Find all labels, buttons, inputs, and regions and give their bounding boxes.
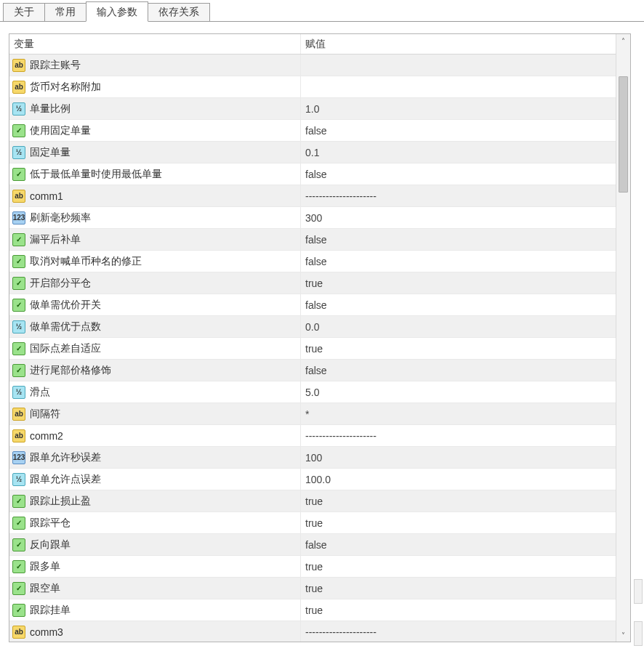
table-row[interactable]: ✓跟踪止损止盈true bbox=[9, 490, 616, 512]
table-row[interactable]: abcomm2--------------------- bbox=[9, 425, 616, 447]
value-cell[interactable]: 5.0 bbox=[300, 381, 616, 403]
type-bool-icon: ✓ bbox=[12, 582, 25, 595]
vertical-scrollbar[interactable]: ˄ ˅ bbox=[616, 34, 630, 642]
table-row[interactable]: 123刷新毫秒频率300 bbox=[9, 207, 616, 229]
type-123-icon: 123 bbox=[12, 451, 25, 464]
variable-name: 跟空单 bbox=[30, 582, 60, 595]
table-row[interactable]: ½滑点5.0 bbox=[9, 381, 616, 403]
value-cell[interactable]: true bbox=[300, 556, 616, 577]
value-cell[interactable] bbox=[300, 54, 616, 76]
value-cell[interactable]: true bbox=[300, 599, 616, 620]
variable-cell: ½跟单允许点误差 bbox=[9, 469, 300, 490]
value-cell[interactable]: false bbox=[300, 163, 616, 185]
table-row[interactable]: ✓取消对喊单币种名的修正false bbox=[9, 251, 616, 272]
variable-cell: ✓跟踪挂单 bbox=[9, 599, 300, 620]
table-row[interactable]: ✓跟多单true bbox=[9, 556, 616, 578]
header-variable[interactable]: 变量 bbox=[9, 38, 300, 51]
table-row[interactable]: abcomm3--------------------- bbox=[9, 621, 616, 642]
table-row[interactable]: ✓跟空单true bbox=[9, 578, 616, 599]
table-row[interactable]: ½固定单量0.1 bbox=[9, 142, 616, 163]
value-cell[interactable]: --------------------- bbox=[300, 185, 616, 206]
table-row[interactable]: ✓做单需优价开关false bbox=[9, 294, 616, 316]
table-row[interactable]: ½做单需优于点数0.0 bbox=[9, 316, 616, 338]
table-row[interactable]: ✓低于最低单量时使用最低单量false bbox=[9, 163, 616, 185]
variable-name: 跟踪主账号 bbox=[30, 59, 81, 72]
variable-cell: ✓低于最低单量时使用最低单量 bbox=[9, 163, 300, 185]
variable-cell: ✓跟踪平仓 bbox=[9, 512, 300, 533]
value-cell[interactable]: 100 bbox=[300, 447, 616, 468]
variable-name: 固定单量 bbox=[30, 146, 71, 159]
variable-name: 跟踪挂单 bbox=[30, 604, 71, 617]
table-row[interactable]: abcomm1--------------------- bbox=[9, 185, 616, 207]
type-bool-icon: ✓ bbox=[12, 277, 25, 290]
variable-cell: abcomm1 bbox=[9, 185, 300, 206]
value-cell[interactable]: false bbox=[300, 120, 616, 141]
variable-name: 跟踪止损止盈 bbox=[30, 495, 91, 508]
type-bool-icon: ✓ bbox=[12, 233, 25, 246]
variable-cell: ✓使用固定单量 bbox=[9, 120, 300, 141]
header-value[interactable]: 赋值 bbox=[300, 34, 616, 54]
table-row[interactable]: ✓漏平后补单false bbox=[9, 229, 616, 251]
tab-deps[interactable]: 依存关系 bbox=[148, 3, 210, 22]
table-row[interactable]: ab跟踪主账号 bbox=[9, 54, 616, 76]
value-cell[interactable]: true bbox=[300, 272, 616, 294]
type-v2-icon: ½ bbox=[12, 386, 25, 399]
table-row[interactable]: ✓使用固定单量false bbox=[9, 120, 616, 142]
scroll-down-arrow-icon[interactable]: ˅ bbox=[616, 628, 630, 642]
tab-inputs[interactable]: 输入参数 bbox=[86, 1, 148, 22]
value-cell[interactable]: 0.1 bbox=[300, 142, 616, 163]
table-row[interactable]: ab货币对名称附加 bbox=[9, 76, 616, 98]
scroll-thumb[interactable] bbox=[619, 76, 628, 193]
value-cell[interactable]: --------------------- bbox=[300, 425, 616, 446]
value-cell[interactable]: 100.0 bbox=[300, 469, 616, 490]
value-cell[interactable]: --------------------- bbox=[300, 621, 616, 642]
value-cell[interactable] bbox=[300, 76, 616, 97]
side-button[interactable] bbox=[634, 579, 643, 604]
value-cell[interactable]: true bbox=[300, 512, 616, 533]
variable-cell: ½滑点 bbox=[9, 381, 300, 403]
value-cell[interactable]: false bbox=[300, 360, 616, 381]
value-cell[interactable]: 0.0 bbox=[300, 316, 616, 337]
value-cell[interactable]: 300 bbox=[300, 207, 616, 228]
variable-name: 货币对名称附加 bbox=[30, 81, 101, 94]
table-row[interactable]: ½跟单允许点误差100.0 bbox=[9, 469, 616, 490]
scroll-up-arrow-icon[interactable]: ˄ bbox=[616, 34, 630, 47]
type-ab-icon: ab bbox=[12, 408, 25, 421]
type-v2-icon: ½ bbox=[12, 473, 25, 486]
tab-about[interactable]: 关于 bbox=[3, 3, 45, 22]
variable-cell: ab间隔符 bbox=[9, 403, 300, 424]
table-row[interactable]: ✓跟踪挂单true bbox=[9, 599, 616, 621]
table-row[interactable]: ✓进行尾部价格修饰false bbox=[9, 360, 616, 381]
table-row[interactable]: ½单量比例1.0 bbox=[9, 98, 616, 120]
table-row[interactable]: ✓国际点差自适应true bbox=[9, 338, 616, 360]
side-button[interactable] bbox=[634, 621, 643, 646]
value-cell[interactable]: true bbox=[300, 578, 616, 599]
variable-name: 做单需优于点数 bbox=[30, 320, 101, 333]
type-v2-icon: ½ bbox=[12, 102, 25, 116]
type-bool-icon: ✓ bbox=[12, 560, 25, 573]
value-cell[interactable]: false bbox=[300, 251, 616, 272]
tab-label: 常用 bbox=[55, 6, 76, 17]
table-row[interactable]: ✓跟踪平仓true bbox=[9, 512, 616, 534]
value-cell[interactable]: false bbox=[300, 229, 616, 250]
variable-cell: 123跟单允许秒误差 bbox=[9, 447, 300, 468]
table-row[interactable]: ✓开启部分平仓true bbox=[9, 272, 616, 294]
variable-name: 间隔符 bbox=[30, 408, 60, 421]
value-cell[interactable]: * bbox=[300, 403, 616, 424]
type-bool-icon: ✓ bbox=[12, 124, 25, 137]
table-row[interactable]: ✓反向跟单false bbox=[9, 534, 616, 556]
variable-name: comm2 bbox=[30, 430, 63, 442]
type-bool-icon: ✓ bbox=[12, 517, 25, 530]
variable-name: 使用固定单量 bbox=[30, 124, 91, 137]
type-bool-icon: ✓ bbox=[12, 255, 25, 268]
tab-common[interactable]: 常用 bbox=[44, 3, 86, 22]
value-cell[interactable]: true bbox=[300, 490, 616, 512]
scroll-track[interactable] bbox=[616, 47, 630, 628]
value-cell[interactable]: false bbox=[300, 534, 616, 555]
table-row[interactable]: ab间隔符* bbox=[9, 403, 616, 425]
value-cell[interactable]: false bbox=[300, 294, 616, 315]
type-ab-icon: ab bbox=[12, 190, 25, 203]
value-cell[interactable]: true bbox=[300, 338, 616, 359]
table-row[interactable]: 123跟单允许秒误差100 bbox=[9, 447, 616, 469]
value-cell[interactable]: 1.0 bbox=[300, 98, 616, 119]
